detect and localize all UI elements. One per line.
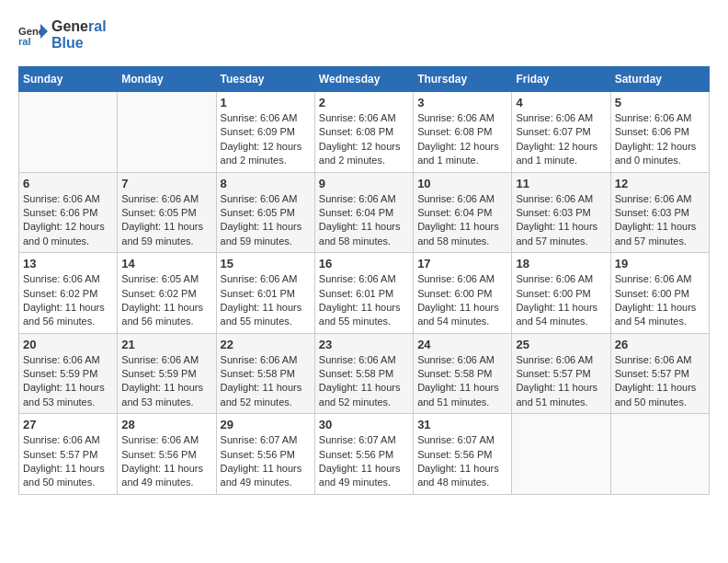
calendar-day: 21Sunrise: 6:06 AM Sunset: 5:59 PM Dayli… bbox=[118, 333, 216, 414]
calendar-day: 26Sunrise: 6:06 AM Sunset: 5:57 PM Dayli… bbox=[610, 333, 709, 414]
calendar-day: 18Sunrise: 6:06 AM Sunset: 6:00 PM Dayli… bbox=[512, 253, 610, 334]
calendar-day: 30Sunrise: 6:07 AM Sunset: 5:56 PM Dayli… bbox=[314, 414, 413, 495]
calendar-day: 5Sunrise: 6:06 AM Sunset: 6:06 PM Daylig… bbox=[610, 92, 709, 173]
calendar-day: 31Sunrise: 6:07 AM Sunset: 5:56 PM Dayli… bbox=[414, 414, 512, 495]
day-info: Sunrise: 6:06 AM Sunset: 6:01 PM Dayligh… bbox=[319, 272, 409, 329]
logo: Gene ral General Blue bbox=[18, 18, 107, 52]
day-number: 2 bbox=[319, 96, 409, 109]
calendar-day: 13Sunrise: 6:06 AM Sunset: 6:02 PM Dayli… bbox=[19, 253, 118, 334]
day-info: Sunrise: 6:06 AM Sunset: 6:00 PM Dayligh… bbox=[516, 272, 606, 329]
day-info: Sunrise: 6:06 AM Sunset: 6:05 PM Dayligh… bbox=[121, 192, 211, 249]
day-number: 14 bbox=[121, 257, 211, 270]
day-info: Sunrise: 6:06 AM Sunset: 6:08 PM Dayligh… bbox=[319, 111, 409, 168]
calendar-day bbox=[610, 414, 709, 495]
column-header-tuesday: Tuesday bbox=[216, 67, 314, 92]
day-info: Sunrise: 6:06 AM Sunset: 5:58 PM Dayligh… bbox=[417, 353, 507, 410]
day-info: Sunrise: 6:06 AM Sunset: 5:59 PM Dayligh… bbox=[23, 353, 113, 410]
calendar-day: 20Sunrise: 6:06 AM Sunset: 5:59 PM Dayli… bbox=[19, 333, 118, 414]
day-number: 21 bbox=[121, 338, 211, 351]
calendar-day: 23Sunrise: 6:06 AM Sunset: 5:58 PM Dayli… bbox=[314, 333, 413, 414]
day-info: Sunrise: 6:06 AM Sunset: 6:04 PM Dayligh… bbox=[417, 192, 507, 249]
day-number: 3 bbox=[417, 96, 507, 109]
day-number: 1 bbox=[221, 96, 311, 109]
calendar-day: 8Sunrise: 6:06 AM Sunset: 6:05 PM Daylig… bbox=[216, 172, 314, 253]
day-info: Sunrise: 6:06 AM Sunset: 5:58 PM Dayligh… bbox=[221, 353, 311, 410]
day-info: Sunrise: 6:06 AM Sunset: 6:03 PM Dayligh… bbox=[516, 192, 606, 249]
calendar-header-row: SundayMondayTuesdayWednesdayThursdayFrid… bbox=[19, 67, 710, 92]
calendar-week-4: 20Sunrise: 6:06 AM Sunset: 5:59 PM Dayli… bbox=[19, 333, 710, 414]
calendar-day: 28Sunrise: 6:06 AM Sunset: 5:56 PM Dayli… bbox=[118, 414, 216, 495]
column-header-wednesday: Wednesday bbox=[314, 67, 413, 92]
column-header-friday: Friday bbox=[512, 67, 610, 92]
day-info: Sunrise: 6:06 AM Sunset: 6:07 PM Dayligh… bbox=[516, 111, 606, 168]
calendar-day: 1Sunrise: 6:06 AM Sunset: 6:09 PM Daylig… bbox=[216, 92, 314, 173]
day-info: Sunrise: 6:06 AM Sunset: 5:56 PM Dayligh… bbox=[121, 433, 211, 490]
calendar-day: 19Sunrise: 6:06 AM Sunset: 6:00 PM Dayli… bbox=[610, 253, 709, 334]
day-number: 10 bbox=[417, 177, 507, 190]
day-number: 13 bbox=[23, 257, 113, 270]
calendar-day bbox=[512, 414, 610, 495]
page-header: Gene ral General Blue bbox=[18, 18, 710, 52]
svg-text:ral: ral bbox=[18, 36, 31, 47]
day-info: Sunrise: 6:06 AM Sunset: 6:05 PM Dayligh… bbox=[221, 192, 311, 249]
day-number: 28 bbox=[121, 418, 211, 431]
svg-text:Gene: Gene bbox=[18, 26, 44, 37]
day-info: Sunrise: 6:07 AM Sunset: 5:56 PM Dayligh… bbox=[319, 433, 409, 490]
calendar-day: 11Sunrise: 6:06 AM Sunset: 6:03 PM Dayli… bbox=[512, 172, 610, 253]
calendar-day: 6Sunrise: 6:06 AM Sunset: 6:06 PM Daylig… bbox=[19, 172, 118, 253]
day-number: 18 bbox=[516, 257, 606, 270]
calendar-week-2: 6Sunrise: 6:06 AM Sunset: 6:06 PM Daylig… bbox=[19, 172, 710, 253]
day-info: Sunrise: 6:06 AM Sunset: 6:00 PM Dayligh… bbox=[615, 272, 705, 329]
column-header-sunday: Sunday bbox=[19, 67, 118, 92]
column-header-thursday: Thursday bbox=[414, 67, 512, 92]
day-info: Sunrise: 6:06 AM Sunset: 5:58 PM Dayligh… bbox=[319, 353, 409, 410]
day-info: Sunrise: 6:06 AM Sunset: 6:03 PM Dayligh… bbox=[615, 192, 705, 249]
day-info: Sunrise: 6:06 AM Sunset: 6:04 PM Dayligh… bbox=[319, 192, 409, 249]
day-info: Sunrise: 6:07 AM Sunset: 5:56 PM Dayligh… bbox=[417, 433, 507, 490]
day-number: 20 bbox=[23, 338, 113, 351]
day-number: 15 bbox=[221, 257, 311, 270]
day-info: Sunrise: 6:06 AM Sunset: 6:09 PM Dayligh… bbox=[221, 111, 311, 168]
day-number: 25 bbox=[516, 338, 606, 351]
day-number: 6 bbox=[23, 177, 113, 190]
day-info: Sunrise: 6:06 AM Sunset: 6:01 PM Dayligh… bbox=[221, 272, 311, 329]
svg-marker-2 bbox=[40, 24, 48, 39]
calendar-day: 7Sunrise: 6:06 AM Sunset: 6:05 PM Daylig… bbox=[118, 172, 216, 253]
day-info: Sunrise: 6:05 AM Sunset: 6:02 PM Dayligh… bbox=[121, 272, 211, 329]
day-number: 17 bbox=[417, 257, 507, 270]
day-info: Sunrise: 6:06 AM Sunset: 6:06 PM Dayligh… bbox=[615, 111, 705, 168]
calendar-day: 9Sunrise: 6:06 AM Sunset: 6:04 PM Daylig… bbox=[314, 172, 413, 253]
calendar-day: 17Sunrise: 6:06 AM Sunset: 6:00 PM Dayli… bbox=[414, 253, 512, 334]
calendar-day bbox=[118, 92, 216, 173]
calendar-week-1: 1Sunrise: 6:06 AM Sunset: 6:09 PM Daylig… bbox=[19, 92, 710, 173]
day-number: 19 bbox=[615, 257, 705, 270]
day-info: Sunrise: 6:06 AM Sunset: 5:57 PM Dayligh… bbox=[516, 353, 606, 410]
calendar-day: 12Sunrise: 6:06 AM Sunset: 6:03 PM Dayli… bbox=[610, 172, 709, 253]
day-info: Sunrise: 6:06 AM Sunset: 5:59 PM Dayligh… bbox=[121, 353, 211, 410]
calendar-day bbox=[19, 92, 118, 173]
day-number: 16 bbox=[319, 257, 409, 270]
calendar-day: 16Sunrise: 6:06 AM Sunset: 6:01 PM Dayli… bbox=[314, 253, 413, 334]
calendar-day: 22Sunrise: 6:06 AM Sunset: 5:58 PM Dayli… bbox=[216, 333, 314, 414]
day-number: 12 bbox=[615, 177, 705, 190]
day-number: 29 bbox=[221, 418, 311, 431]
day-number: 24 bbox=[417, 338, 507, 351]
day-number: 7 bbox=[121, 177, 211, 190]
day-number: 22 bbox=[221, 338, 311, 351]
day-number: 4 bbox=[516, 96, 606, 109]
calendar-day: 25Sunrise: 6:06 AM Sunset: 5:57 PM Dayli… bbox=[512, 333, 610, 414]
day-number: 8 bbox=[221, 177, 311, 190]
logo-icon: Gene ral bbox=[18, 20, 48, 50]
day-info: Sunrise: 6:06 AM Sunset: 5:57 PM Dayligh… bbox=[23, 433, 113, 490]
day-number: 11 bbox=[516, 177, 606, 190]
calendar-day: 10Sunrise: 6:06 AM Sunset: 6:04 PM Dayli… bbox=[414, 172, 512, 253]
calendar-day: 15Sunrise: 6:06 AM Sunset: 6:01 PM Dayli… bbox=[216, 253, 314, 334]
calendar-day: 29Sunrise: 6:07 AM Sunset: 5:56 PM Dayli… bbox=[216, 414, 314, 495]
day-info: Sunrise: 6:06 AM Sunset: 6:00 PM Dayligh… bbox=[417, 272, 507, 329]
calendar-week-5: 27Sunrise: 6:06 AM Sunset: 5:57 PM Dayli… bbox=[19, 414, 710, 495]
day-number: 30 bbox=[319, 418, 409, 431]
day-number: 26 bbox=[615, 338, 705, 351]
calendar-day: 14Sunrise: 6:05 AM Sunset: 6:02 PM Dayli… bbox=[118, 253, 216, 334]
calendar-day: 4Sunrise: 6:06 AM Sunset: 6:07 PM Daylig… bbox=[512, 92, 610, 173]
day-info: Sunrise: 6:07 AM Sunset: 5:56 PM Dayligh… bbox=[221, 433, 311, 490]
